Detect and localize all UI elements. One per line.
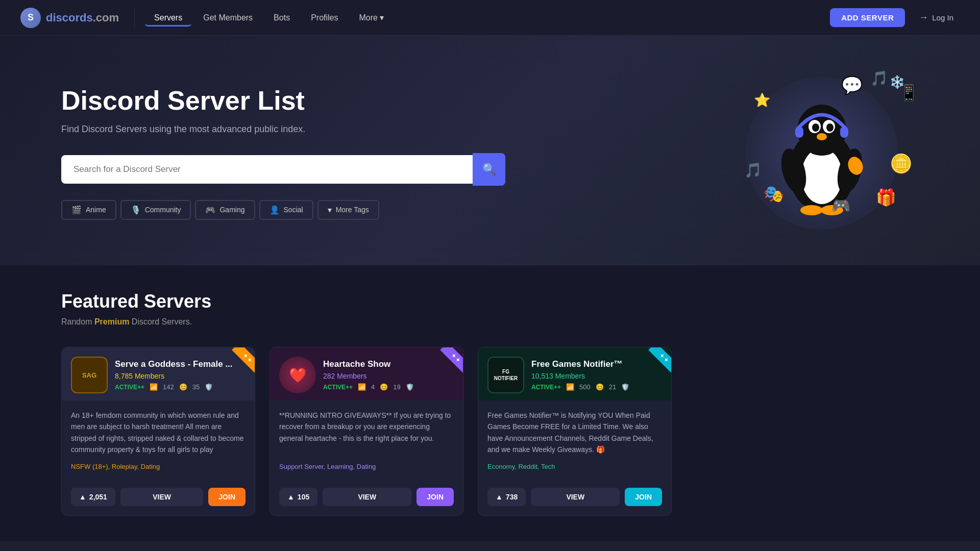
view-button-1[interactable]: VIEW [323, 488, 411, 506]
server-stats-2: ACTIVE++ 📶 500 😊 21 🛡️ [531, 383, 662, 391]
stat-count2-1: 19 [393, 383, 400, 391]
tag-social[interactable]: 👤 Social [259, 200, 313, 220]
shield-icon-2: 🛡️ [621, 383, 629, 391]
nav-link-profiles[interactable]: Profiles [302, 9, 347, 27]
server-icon-2: FGNOTIFIER [487, 357, 524, 393]
nav-link-more[interactable]: More ▾ [350, 9, 393, 27]
stat-count2-2: 21 [609, 383, 616, 391]
search-button[interactable]: 🔍 [473, 153, 505, 186]
server-icon-1: ❤️ [279, 357, 316, 393]
add-server-button[interactable]: ADD SERVER [830, 8, 905, 27]
server-status-1: ACTIVE++ [323, 384, 353, 391]
hero-mascot: 💬 🎵 ❄️ 📱 🪙 🎁 🎮 🎵 ⭐ 🎭 [725, 66, 919, 240]
social-icon: 👤 [270, 205, 280, 215]
login-button[interactable]: → Log In [913, 8, 960, 27]
hero-content: Discord Server List Find Discord Servers… [61, 86, 521, 219]
logo[interactable]: S discords.com [20, 8, 119, 28]
server-status-0: ACTIVE++ [115, 384, 144, 391]
card-body-1: **RUNNING NITRO GIVEAWAYS** If you are t… [270, 400, 463, 488]
card-badge-1: ✦ ✦ [432, 347, 463, 378]
chevron-down-icon: ▾ [328, 205, 332, 215]
upvote-button-1[interactable]: ▲ 105 [279, 488, 317, 506]
deco-gift-icon: 🎁 [876, 188, 896, 207]
deco-music-note-icon: 🎵 [744, 162, 762, 179]
server-cards: SAG Serve a Goddess - Female ... 8,785 M… [61, 347, 919, 516]
login-label: Log In [932, 13, 953, 22]
server-card-2: FGNOTIFIER Free Games Notifier™ 10,513 M… [478, 347, 672, 516]
tag-more-label: More Tags [336, 206, 369, 214]
server-stats-1: ACTIVE++ 📶 4 😊 19 🛡️ [323, 383, 454, 391]
search-container: 🔍 [61, 153, 505, 186]
tag-more-tags[interactable]: ▾ More Tags [317, 200, 379, 220]
nav-link-bots[interactable]: Bots [264, 9, 299, 27]
upvote-button-2[interactable]: ▲ 738 [487, 488, 526, 506]
deco-message-icon: 💬 [841, 75, 863, 95]
server-icon-text-0: SAG [82, 371, 96, 379]
server-icon-emoji-1: ❤️ [289, 367, 307, 384]
featured-subtitle: Random Premium Discord Servers. [61, 317, 919, 327]
tag-anime[interactable]: 🎬 Anime [61, 200, 116, 220]
server-stats-0: ACTIVE++ 📶 142 😊 35 🛡️ [115, 383, 246, 391]
gaming-icon: 🎮 [205, 205, 215, 215]
view-button-0[interactable]: VIEW [120, 488, 203, 506]
search-icon: 🔍 [482, 163, 496, 176]
shield-icon-0: 🛡️ [205, 383, 213, 391]
tag-anime-label: Anime [86, 206, 106, 214]
nav-links: Servers Get Members Bots Profiles More ▾ [145, 9, 830, 27]
logo-text: discords.com [46, 11, 119, 24]
card-tags-0: NSFW (18+), Roleplay, Dating [71, 463, 246, 470]
upvote-button-0[interactable]: ▲ 2,051 [71, 488, 115, 506]
emoji-icon-1: 😊 [380, 383, 388, 391]
nav-divider [134, 8, 135, 28]
anime-icon: 🎬 [71, 205, 82, 215]
deco-block-icon: 🎮 [831, 196, 850, 214]
server-status-2: ACTIVE++ [531, 384, 561, 391]
join-button-1[interactable]: JOIN [416, 488, 454, 506]
stat-count2-0: 35 [192, 383, 200, 391]
view-button-2[interactable]: VIEW [531, 488, 620, 506]
card-desc-1: **RUNNING NITRO GIVEAWAYS** If you are t… [279, 410, 454, 456]
signal-icon-0: 📶 [150, 383, 158, 391]
card-header-1: ❤️ Heartache Show 282 Members ACTIVE++ 📶… [270, 347, 463, 400]
join-button-2[interactable]: JOIN [625, 488, 662, 506]
server-card-0: SAG Serve a Goddess - Female ... 8,785 M… [61, 347, 255, 516]
svg-rect-9 [840, 127, 848, 138]
tag-community[interactable]: 🎙️ Community [120, 200, 191, 220]
upvote-count-1: 105 [298, 493, 309, 501]
upvote-icon-2: ▲ [496, 493, 503, 501]
search-input[interactable] [61, 155, 473, 184]
deco-star-icon: ⭐ [754, 92, 770, 108]
featured-title: Featured Servers [61, 291, 919, 312]
stat-count-0: 142 [163, 383, 174, 391]
svg-point-6 [826, 123, 834, 132]
logo-icon: S [20, 8, 41, 28]
hero-section: Discord Server List Find Discord Servers… [0, 36, 980, 265]
card-header-0: SAG Serve a Goddess - Female ... 8,785 M… [62, 347, 255, 400]
hero-subtitle: Find Discord Servers using the most adva… [61, 124, 521, 135]
deco-discord-icon: 🎭 [764, 184, 784, 204]
emoji-icon-2: 😊 [596, 383, 604, 391]
card-footer-2: ▲ 738 VIEW JOIN [478, 488, 671, 515]
upvote-count-0: 2,051 [89, 493, 107, 501]
navbar: S discords.com Servers Get Members Bots … [0, 0, 980, 36]
server-card-1: ❤️ Heartache Show 282 Members ACTIVE++ 📶… [270, 347, 463, 516]
svg-point-1 [801, 148, 842, 204]
shield-icon-1: 🛡️ [406, 383, 414, 391]
svg-point-5 [812, 123, 819, 132]
svg-point-12 [800, 205, 823, 215]
tag-filters: 🎬 Anime 🎙️ Community 🎮 Gaming 👤 Social ▾… [61, 200, 521, 220]
server-icon-0: SAG [71, 357, 108, 393]
hero-title: Discord Server List [61, 86, 521, 115]
tag-gaming[interactable]: 🎮 Gaming [195, 200, 255, 220]
card-body-2: Free Games Notifier™ is Notifying YOU Wh… [478, 400, 671, 488]
nav-link-servers[interactable]: Servers [145, 9, 191, 27]
card-body-0: An 18+ femdom community in which women r… [62, 400, 255, 488]
tag-gaming-label: Gaming [219, 206, 244, 214]
featured-section: Featured Servers Random Premium Discord … [0, 265, 980, 541]
server-icon-text-2: FGNOTIFIER [494, 368, 518, 382]
nav-right: ADD SERVER → Log In [830, 8, 960, 27]
join-button-0[interactable]: JOIN [208, 488, 246, 506]
nav-link-get-members[interactable]: Get Members [194, 9, 262, 27]
badge-star-1: ✦ ✦ [440, 347, 463, 373]
card-badge-2: ✦ ✦ [641, 347, 671, 378]
